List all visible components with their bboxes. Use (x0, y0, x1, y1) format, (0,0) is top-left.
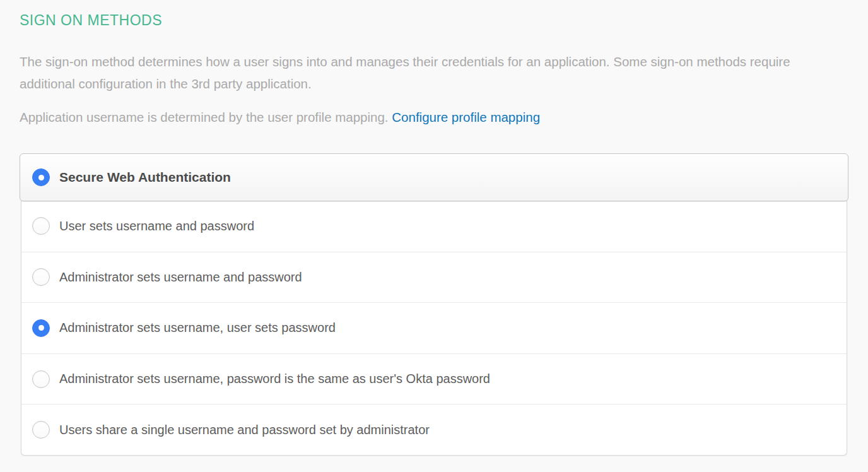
sign-on-option-row[interactable]: Administrator sets username and password (21, 252, 847, 303)
option-label: Administrator sets username and password (59, 270, 302, 285)
method-group-label: Secure Web Authentication (59, 170, 231, 185)
radio-unchecked-icon[interactable] (32, 268, 50, 286)
sign-on-methods-section: SIGN ON METHODS The sign-on method deter… (0, 0, 868, 456)
option-label: Administrator sets username, password is… (59, 372, 490, 386)
sign-on-option-row[interactable]: User sets username and password (21, 201, 847, 252)
sign-on-option-row[interactable]: Users share a single username and passwo… (21, 404, 847, 455)
option-label: Administrator sets username, user sets p… (59, 321, 336, 335)
option-label: User sets username and password (59, 219, 254, 233)
username-note: Application username is determined by th… (20, 109, 846, 126)
sign-on-option-row[interactable]: Administrator sets username, password is… (21, 353, 847, 404)
sign-on-option-row[interactable]: Administrator sets username, user sets p… (21, 302, 847, 353)
username-note-text: Application username is determined by th… (20, 110, 392, 124)
radio-unchecked-icon[interactable] (32, 217, 50, 235)
sign-on-options-list: User sets username and passwordAdministr… (21, 201, 847, 456)
radio-checked-icon[interactable] (32, 168, 50, 186)
section-description: The sign-on method determines how a user… (20, 50, 846, 95)
option-label: Users share a single username and passwo… (59, 423, 430, 437)
radio-unchecked-icon[interactable] (32, 370, 50, 388)
radio-unchecked-icon[interactable] (32, 421, 50, 439)
configure-profile-mapping-link[interactable]: Configure profile mapping (392, 110, 540, 124)
method-group-header[interactable]: Secure Web Authentication (20, 153, 848, 201)
radio-checked-icon[interactable] (32, 319, 50, 337)
section-heading: SIGN ON METHODS (20, 12, 848, 29)
